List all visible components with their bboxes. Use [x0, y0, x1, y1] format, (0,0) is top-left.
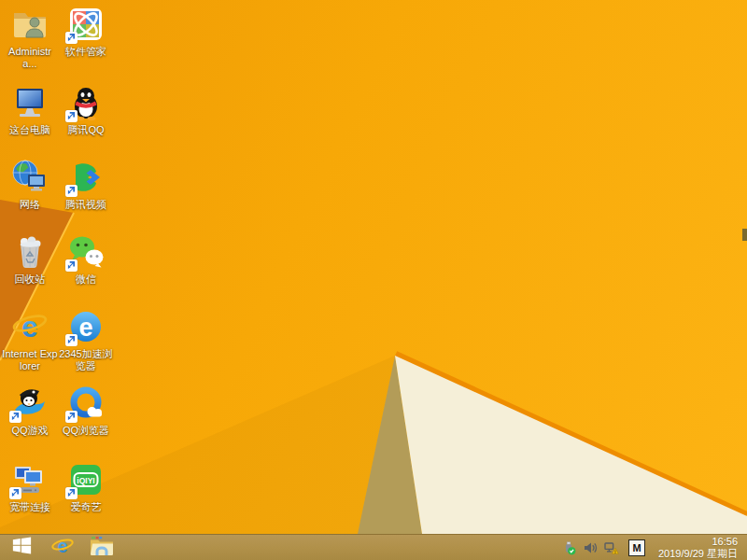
- ime-indicator[interactable]: M: [628, 539, 645, 556]
- internet-explorer-icon: e: [51, 535, 74, 560]
- browser-2345-icon: e: [67, 308, 105, 345]
- desktop-icon-tencent-qq[interactable]: 腾讯QQ: [58, 84, 114, 136]
- shortcut-arrow-icon: [65, 411, 78, 423]
- file-explorer-icon: [90, 536, 114, 560]
- desktop-icon-label: 2345加速浏览器: [58, 348, 114, 372]
- shortcut-arrow-icon: [65, 110, 78, 122]
- network-warning-icon[interactable]: [603, 539, 619, 555]
- desktop-icon-this-pc[interactable]: 这台电脑: [2, 84, 58, 136]
- taskbar-file-explorer-button[interactable]: [82, 535, 121, 560]
- broadband-icon: [11, 461, 49, 498]
- desktop-icon-qq-game[interactable]: QQ游戏: [2, 385, 58, 437]
- network-icon: [11, 159, 49, 196]
- this-pc-icon: [11, 84, 49, 121]
- desktop-icon-browser-2345[interactable]: e2345加速浏览器: [58, 308, 114, 372]
- clock-date: 2019/9/29 星期日: [658, 548, 738, 560]
- desktop-icon-label: QQ游戏: [2, 425, 58, 437]
- qq-browser-icon: [67, 385, 105, 422]
- desktop-icon-label: Internet Explorer: [2, 348, 58, 372]
- tencent-qq-icon: [67, 84, 105, 121]
- shortcut-arrow-icon: [65, 259, 78, 272]
- user-folder-icon: [11, 6, 49, 43]
- svg-text:e: e: [78, 314, 92, 342]
- shortcut-arrow-icon: [9, 487, 21, 499]
- shortcut-arrow-icon: [9, 411, 21, 423]
- desktop-icon-label: QQ浏览器: [58, 425, 114, 437]
- shortcut-arrow-icon: [65, 32, 78, 44]
- wallpaper-facet-cream: [395, 356, 747, 534]
- desktop-icon-qq-browser[interactable]: QQ浏览器: [58, 385, 114, 437]
- svg-text:e: e: [57, 536, 67, 556]
- desktop-icon-label: 微信: [58, 273, 114, 286]
- desktop-icon-label: Administra...: [2, 46, 58, 70]
- system-tray: M 16:56 2019/9/29 星期日: [560, 536, 747, 560]
- desktop-icon-label: 软件管家: [58, 46, 114, 58]
- shortcut-arrow-icon: [65, 487, 78, 499]
- desktop-icon-wechat[interactable]: 微信: [58, 233, 114, 286]
- desktop-icon-label: 爱奇艺: [58, 501, 114, 513]
- svg-text:iQIYI: iQIYI: [77, 476, 94, 485]
- internet-explorer-icon: e: [11, 308, 49, 345]
- wechat-icon: [67, 233, 105, 271]
- volume-icon[interactable]: [582, 539, 598, 555]
- software-manager-icon: [67, 6, 105, 43]
- recycle-bin-icon: [11, 233, 49, 271]
- taskbar: e: [0, 534, 747, 560]
- desktop-icon-label: 网络: [2, 199, 58, 211]
- windows-logo-icon: [12, 536, 32, 559]
- desktop-icon-label: 宽带连接: [2, 501, 58, 513]
- iqiyi-icon: iQIYI: [67, 461, 105, 498]
- clock-time: 16:56: [658, 536, 738, 548]
- desktop-icon-tencent-video[interactable]: 腾讯视频: [58, 159, 114, 211]
- desktop-icon-internet-explorer[interactable]: eInternet Explorer: [2, 308, 58, 372]
- taskbar-clock[interactable]: 16:56 2019/9/29 星期日: [658, 536, 741, 560]
- wallpaper-edge-notch: [742, 229, 747, 241]
- desktop-icon-user-folder[interactable]: Administra...: [2, 6, 58, 70]
- desktop-icon-broadband[interactable]: 宽带连接: [2, 461, 58, 513]
- shortcut-arrow-icon: [65, 185, 78, 197]
- taskbar-ie-button[interactable]: e: [43, 535, 82, 560]
- desktop-icon-label: 腾讯视频: [58, 199, 114, 211]
- desktop-icon-label: 回收站: [2, 273, 58, 286]
- desktop-icon-software-manager[interactable]: 软件管家: [58, 6, 114, 58]
- desktop-icon-network[interactable]: 网络: [2, 159, 58, 211]
- tencent-video-icon: [67, 159, 105, 196]
- usb-safely-remove-icon[interactable]: [560, 539, 576, 555]
- start-button[interactable]: [0, 535, 43, 560]
- desktop-icon-recycle-bin[interactable]: 回收站: [2, 233, 58, 286]
- shortcut-arrow-icon: [65, 334, 78, 346]
- desktop-icon-label: 这台电脑: [2, 124, 58, 136]
- desktop-icon-iqiyi[interactable]: iQIYI爱奇艺: [58, 461, 114, 513]
- desktop-icon-label: 腾讯QQ: [58, 124, 114, 136]
- qq-game-icon: [11, 385, 49, 422]
